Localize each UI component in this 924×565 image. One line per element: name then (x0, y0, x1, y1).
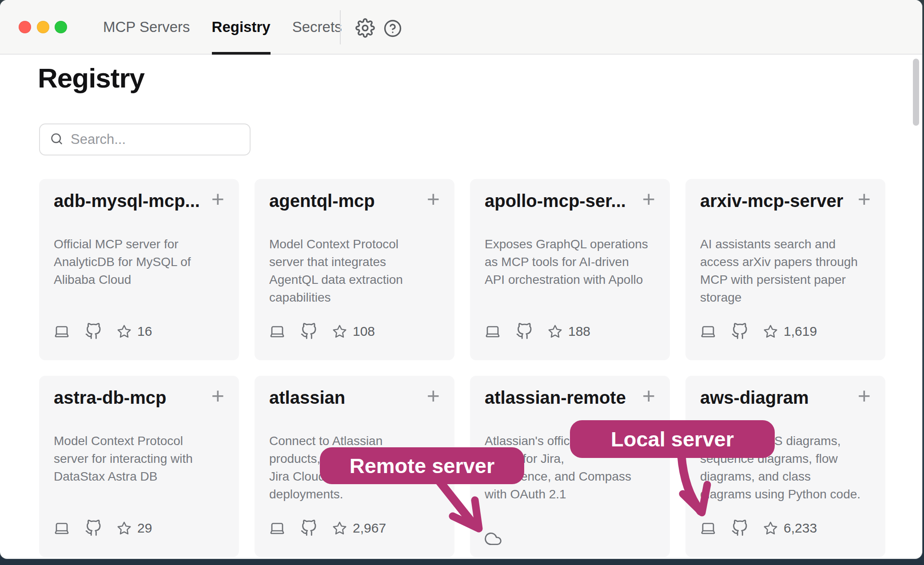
card-footer: 2,967 (269, 520, 386, 537)
star-icon (763, 521, 778, 536)
tab-secrets[interactable]: Secrets (292, 0, 342, 54)
star-group: 1,619 (763, 324, 817, 339)
minimize-window-button[interactable] (37, 21, 49, 33)
star-count: 6,233 (784, 521, 817, 536)
card-header: atlassian + (269, 376, 440, 408)
star-group: 16 (117, 324, 152, 339)
plus-icon: + (211, 187, 224, 211)
cloud-icon (485, 530, 502, 547)
laptop-icon (54, 520, 70, 536)
card-footer: 16 (54, 323, 152, 340)
card-footer: 6,233 (700, 520, 817, 537)
github-icon (300, 323, 317, 340)
github-icon (731, 520, 748, 537)
page-title: Registry (38, 62, 144, 94)
maximize-window-button[interactable] (55, 21, 67, 33)
annotation-label: Remote server (350, 454, 495, 478)
add-server-button[interactable]: + (211, 386, 224, 406)
tab-label: Secrets (292, 19, 342, 36)
annotation-local-server: Local server (570, 420, 775, 458)
add-server-button[interactable]: + (642, 189, 655, 209)
laptop-icon (269, 323, 285, 339)
help-icon (383, 19, 402, 40)
star-icon (117, 521, 131, 536)
annotation-remote-server: Remote server (320, 447, 524, 484)
star-group: 108 (332, 324, 375, 339)
gear-icon (355, 18, 375, 40)
github-icon (300, 520, 317, 537)
plus-icon: + (211, 383, 224, 408)
star-group: 6,233 (763, 521, 817, 536)
server-card[interactable]: aws-diagram + Generate AWS diagrams, seq… (685, 376, 885, 557)
card-footer (485, 530, 502, 547)
search-input[interactable] (71, 131, 250, 147)
star-count: 16 (137, 324, 152, 339)
plus-icon: + (427, 187, 440, 211)
search-icon (50, 132, 64, 147)
add-server-button[interactable]: + (642, 386, 655, 406)
github-icon (85, 323, 102, 340)
add-server-button[interactable]: + (858, 189, 871, 209)
server-name: arxiv-mcp-server (700, 190, 843, 211)
plus-icon: + (858, 383, 871, 408)
server-description: Exposes GraphQL operations as MCP tools … (485, 235, 655, 289)
server-name: aws-diagram (700, 387, 809, 408)
github-icon (731, 323, 748, 340)
tab-mcp-servers[interactable]: MCP Servers (103, 0, 190, 54)
tab-registry[interactable]: Registry (212, 0, 271, 54)
plus-icon: + (427, 383, 440, 408)
github-icon (516, 323, 533, 340)
annotation-label: Local server (611, 427, 734, 451)
card-header: apollo-mcp-ser... + (485, 179, 655, 211)
add-server-button[interactable]: + (858, 386, 871, 406)
star-icon (763, 324, 778, 339)
card-header: adb-mysql-mcp... + (54, 179, 224, 211)
card-footer: 108 (269, 323, 375, 340)
laptop-icon (700, 520, 716, 536)
settings-button[interactable] (354, 18, 376, 40)
add-server-button[interactable]: + (427, 189, 440, 209)
star-group: 2,967 (332, 521, 386, 536)
laptop-icon (700, 323, 716, 339)
plus-icon: + (642, 187, 655, 211)
star-icon (117, 324, 131, 339)
laptop-icon (54, 323, 70, 339)
card-header: agentql-mcp + (269, 179, 440, 211)
star-count: 108 (353, 324, 375, 339)
header-divider (340, 10, 341, 44)
server-name: astra-db-mcp (54, 387, 166, 408)
card-footer: 1,619 (700, 323, 817, 340)
plus-icon: + (642, 383, 655, 408)
server-description: AI assistants search and access arXiv pa… (700, 235, 871, 306)
plus-icon: + (858, 187, 871, 211)
server-grid: adb-mysql-mcp... + Official MCP server f… (39, 179, 885, 557)
star-count: 1,619 (784, 324, 817, 339)
server-name: atlassian-remote (485, 387, 626, 408)
star-group: 29 (117, 521, 152, 536)
tab-label: MCP Servers (103, 19, 190, 36)
github-icon (85, 520, 102, 537)
server-card[interactable]: astra-db-mcp + Model Context Protocol se… (39, 376, 239, 557)
scrollbar-thumb[interactable] (913, 59, 919, 126)
star-count: 188 (568, 324, 590, 339)
add-server-button[interactable]: + (427, 386, 440, 406)
star-group: 188 (548, 324, 590, 339)
server-card[interactable]: arxiv-mcp-server + AI assistants search … (685, 179, 885, 360)
card-header: arxiv-mcp-server + (700, 179, 871, 211)
desktop-background: { "window": { "controls": ["close", "min… (0, 0, 924, 565)
card-header: astra-db-mcp + (54, 376, 224, 408)
titlebar: MCP Servers Registry Secrets (0, 0, 922, 55)
server-name: atlassian (269, 387, 345, 408)
server-description: Model Context Protocol server for intera… (54, 432, 224, 485)
add-server-button[interactable]: + (211, 189, 224, 209)
server-card[interactable]: apollo-mcp-ser... + Exposes GraphQL oper… (470, 179, 670, 360)
card-footer: 188 (485, 323, 590, 340)
server-description: Official MCP server for AnalyticDB for M… (54, 235, 224, 289)
star-count: 29 (137, 521, 152, 536)
tab-label: Registry (212, 19, 271, 36)
server-card[interactable]: adb-mysql-mcp... + Official MCP server f… (39, 179, 239, 360)
server-card[interactable]: agentql-mcp + Model Context Protocol ser… (255, 179, 454, 360)
help-button[interactable] (382, 19, 403, 40)
server-name: agentql-mcp (269, 190, 375, 211)
close-window-button[interactable] (19, 21, 31, 33)
